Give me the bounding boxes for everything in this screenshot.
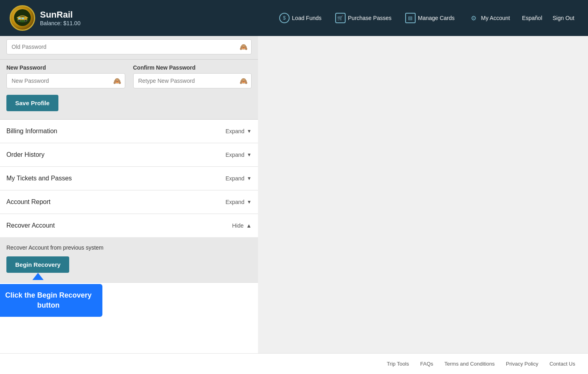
new-password-input[interactable] — [6, 73, 125, 88]
contact-link[interactable]: Contact Us — [550, 361, 575, 367]
old-password-toggle-icon[interactable]: 🙈 — [240, 43, 248, 51]
account-report-accordion: Account Report Expand ▼ — [0, 190, 258, 214]
new-password-field: New Password 🙈 — [6, 64, 125, 88]
svg-rect-4 — [22, 18, 24, 19]
order-history-chevron-down-icon: ▼ — [247, 152, 252, 158]
my-account-icon: ⚙ — [468, 13, 479, 23]
purchase-passes-icon: 🛒 — [335, 13, 346, 23]
new-password-toggle-icon[interactable]: 🙈 — [113, 77, 121, 85]
main-nav: $ Load Funds 🛒 Purchase Passes ▤ Manage … — [274, 10, 578, 26]
confirm-password-field: Confirm New Password 🙈 — [133, 64, 252, 88]
recover-account-content: Recover Account from previous system Beg… — [0, 237, 258, 282]
account-report-chevron-down-icon: ▼ — [247, 199, 252, 205]
recover-account-title: Recover Account — [6, 222, 55, 229]
order-history-title: Order History — [6, 151, 44, 158]
site-footer: Trip Tools FAQs Terms and Conditions Pri… — [0, 353, 588, 374]
logo-icon — [10, 5, 35, 31]
begin-recovery-container: Begin Recovery Click the Begin Recovery … — [6, 256, 69, 273]
load-funds-icon: $ — [279, 13, 290, 23]
manage-cards-icon: ▤ — [405, 13, 416, 23]
confirm-password-input[interactable] — [133, 73, 252, 88]
site-header: SunRail Balance: $11.00 $ Load Funds 🛒 P… — [0, 0, 588, 36]
svg-point-6 — [25, 20, 27, 22]
billing-title: Billing Information — [6, 128, 57, 135]
account-report-title: Account Report — [6, 198, 50, 206]
tooltip-text: Click the Begin Recovery button — [5, 291, 92, 309]
my-account-nav[interactable]: ⚙ My Account — [463, 10, 516, 26]
billing-accordion: Billing Information Expand ▼ — [0, 120, 258, 143]
recover-account-accordion: Recover Account Hide ▲ Recover Account f… — [0, 214, 258, 283]
purchase-passes-nav[interactable]: 🛒 Purchase Passes — [330, 10, 397, 26]
order-history-expand-btn[interactable]: Expand ▼ — [226, 152, 252, 158]
brand-name: SunRail — [40, 10, 80, 20]
account-panel: 🙈 New Password 🙈 Confirm New Password — [0, 36, 258, 353]
tickets-passes-title: My Tickets and Passes — [6, 175, 72, 182]
trip-tools-link[interactable]: Trip Tools — [387, 361, 409, 367]
tickets-passes-accordion: My Tickets and Passes Expand ▼ — [0, 167, 258, 190]
logo-area: SunRail Balance: $11.00 — [10, 5, 80, 31]
manage-cards-nav[interactable]: ▤ Manage Cards — [400, 10, 460, 26]
billing-expand-btn[interactable]: Expand ▼ — [226, 128, 252, 134]
balance-display: Balance: $11.00 — [40, 20, 80, 26]
recover-account-hide-btn[interactable]: Hide ▲ — [232, 222, 252, 229]
old-password-field: 🙈 — [6, 39, 252, 54]
recover-account-accordion-header[interactable]: Recover Account Hide ▲ — [0, 214, 258, 237]
confirm-password-label: Confirm New Password — [133, 64, 252, 71]
main-content: 🙈 New Password 🙈 Confirm New Password — [0, 36, 588, 353]
tickets-passes-expand-btn[interactable]: Expand ▼ — [226, 175, 252, 182]
billing-accordion-header[interactable]: Billing Information Expand ▼ — [0, 120, 258, 143]
old-password-section: 🙈 — [0, 36, 258, 60]
account-report-accordion-header[interactable]: Account Report Expand ▼ — [0, 190, 258, 214]
order-history-accordion: Order History Expand ▼ — [0, 143, 258, 167]
privacy-link[interactable]: Privacy Policy — [506, 361, 538, 367]
tooltip-box: Click the Begin Recovery button — [0, 284, 102, 317]
load-funds-nav[interactable]: $ Load Funds — [274, 10, 327, 26]
tickets-passes-chevron-down-icon: ▼ — [247, 176, 252, 181]
password-row: New Password 🙈 Confirm New Password 🙈 — [6, 64, 252, 88]
brand-text: SunRail Balance: $11.00 — [40, 10, 80, 26]
order-history-accordion-header[interactable]: Order History Expand ▼ — [0, 143, 258, 166]
faqs-link[interactable]: FAQs — [420, 361, 434, 367]
password-section: New Password 🙈 Confirm New Password 🙈 Sa… — [0, 60, 258, 120]
spanish-link[interactable]: Español — [518, 15, 546, 21]
recover-description: Recover Account from previous system — [6, 244, 252, 251]
begin-recovery-button[interactable]: Begin Recovery — [6, 256, 69, 273]
new-password-label: New Password — [6, 64, 125, 71]
tickets-passes-accordion-header[interactable]: My Tickets and Passes Expand ▼ — [0, 167, 258, 190]
svg-point-5 — [18, 20, 20, 22]
account-report-expand-btn[interactable]: Expand ▼ — [226, 199, 252, 205]
billing-chevron-down-icon: ▼ — [247, 128, 252, 134]
svg-rect-3 — [18, 18, 21, 19]
confirm-password-toggle-icon[interactable]: 🙈 — [240, 77, 248, 85]
recover-account-chevron-up-icon: ▲ — [246, 222, 252, 229]
old-password-input[interactable] — [6, 39, 252, 54]
sign-out-link[interactable]: Sign Out — [549, 15, 578, 21]
terms-link[interactable]: Terms and Conditions — [444, 361, 495, 367]
right-panel — [258, 36, 588, 353]
tooltip-arrow-icon — [32, 273, 44, 280]
save-profile-button[interactable]: Save Profile — [6, 95, 58, 111]
